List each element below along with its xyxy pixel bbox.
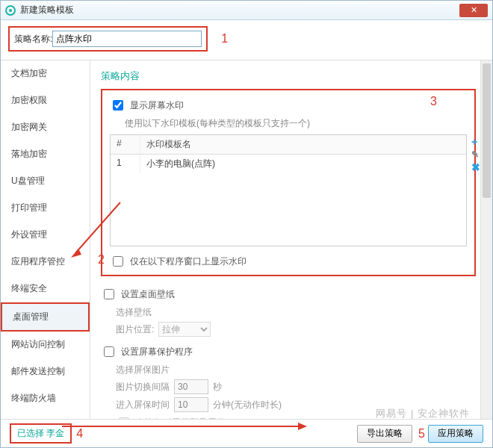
screensaver-checkbox[interactable]: [104, 346, 114, 357]
col-index-header: #: [111, 135, 140, 154]
sidebar-item-11[interactable]: 邮件发送控制: [1, 358, 90, 385]
selected-user: 已选择 李金: [10, 423, 72, 444]
wallpaper-checkbox[interactable]: [104, 289, 114, 299]
app-icon: [5, 5, 16, 16]
edit-icon[interactable]: ✎: [471, 149, 480, 160]
annotation-5: 5: [418, 427, 425, 441]
policy-name-label: 策略名称:: [14, 33, 52, 46]
section-title: 策略内容: [101, 69, 476, 83]
sidebar-item-6[interactable]: 外设管理: [1, 222, 90, 249]
sidebar-item-10[interactable]: 网站访问控制: [1, 332, 90, 358]
template-table: # 水印模板名 1 小李的电脑(点阵): [110, 134, 467, 246]
pic-pos-label: 图片位置:: [116, 323, 154, 336]
policy-name-group: 策略名称:: [8, 26, 208, 52]
sidebar-item-5[interactable]: 打印管理: [1, 195, 90, 222]
close-button[interactable]: ✕: [459, 4, 488, 17]
delete-icon[interactable]: ✖: [471, 161, 480, 173]
annotation-4: 4: [76, 427, 83, 441]
watermark-panel: 3 显示屏幕水印 使用以下水印模板(每种类型的模板只支持一个) # 水印模板名 …: [101, 89, 476, 276]
resume-login-checkbox: [119, 417, 129, 419]
resume-login-label: 在恢复时显示登录屏幕: [136, 417, 226, 420]
wallpaper-label: 设置桌面壁纸: [121, 288, 175, 301]
sidebar-item-0[interactable]: 文档加密: [1, 60, 90, 87]
minutes-hint: 分钟(无动作时长): [213, 399, 282, 411]
annotation-3: 3: [430, 95, 437, 108]
main-scrollbar[interactable]: [480, 60, 492, 419]
annotation-1: 1: [221, 32, 228, 46]
apply-policy-button[interactable]: 应用策略: [428, 425, 483, 443]
main-panel: 策略内容 3 显示屏幕水印 使用以下水印模板(每种类型的模板只支持一个) # 水…: [90, 60, 492, 419]
export-policy-button[interactable]: 导出策略: [357, 425, 412, 443]
template-hint: 使用以下水印模板(每种类型的模板只支持一个): [125, 117, 467, 130]
sidebar-item-7[interactable]: 应用程序管控: [1, 249, 90, 276]
sidebar-item-13[interactable]: 本地审计: [1, 412, 90, 419]
sidebar-item-1[interactable]: 加密权限: [1, 87, 90, 114]
choose-wallpaper-label: 选择壁纸: [116, 306, 476, 319]
table-row[interactable]: 1 小李的电脑(点阵): [111, 155, 466, 173]
only-window-label: 仅在以下程序窗口上显示水印: [130, 255, 246, 268]
col-name-header: 水印模板名: [140, 135, 466, 154]
sidebar-item-3[interactable]: 落地加密: [1, 141, 90, 168]
enter-saver-spin: [174, 397, 208, 412]
pic-interval-label: 图片切换间隔: [116, 381, 170, 393]
add-icon[interactable]: +: [471, 136, 480, 148]
pic-interval-spin: [174, 379, 208, 394]
show-watermark-checkbox[interactable]: [113, 100, 123, 111]
screensaver-label: 设置屏幕保护程序: [121, 346, 193, 358]
pic-pos-select: 拉伸: [158, 322, 211, 337]
only-window-checkbox[interactable]: [113, 256, 123, 267]
annotation-2: 2: [98, 253, 105, 267]
sidebar-item-4[interactable]: U盘管理: [1, 168, 90, 195]
sidebar-item-2[interactable]: 加密网关: [1, 114, 90, 141]
policy-name-input[interactable]: [52, 31, 202, 47]
window-title: 新建策略模板: [20, 4, 74, 16]
sidebar-item-8[interactable]: 终端安全: [1, 276, 90, 302]
category-sidebar: 文档加密加密权限加密网关落地加密U盘管理打印管理外设管理应用程序管控终端安全桌面…: [1, 60, 90, 419]
seconds-label: 秒: [213, 381, 222, 393]
sidebar-item-9[interactable]: 桌面管理: [1, 302, 90, 332]
sidebar-item-12[interactable]: 终端防火墙: [1, 385, 90, 412]
choose-saver-label: 选择屏保图片: [116, 364, 476, 376]
enter-saver-label: 进入屏保时间: [116, 399, 170, 411]
show-watermark-label: 显示屏幕水印: [130, 99, 184, 112]
